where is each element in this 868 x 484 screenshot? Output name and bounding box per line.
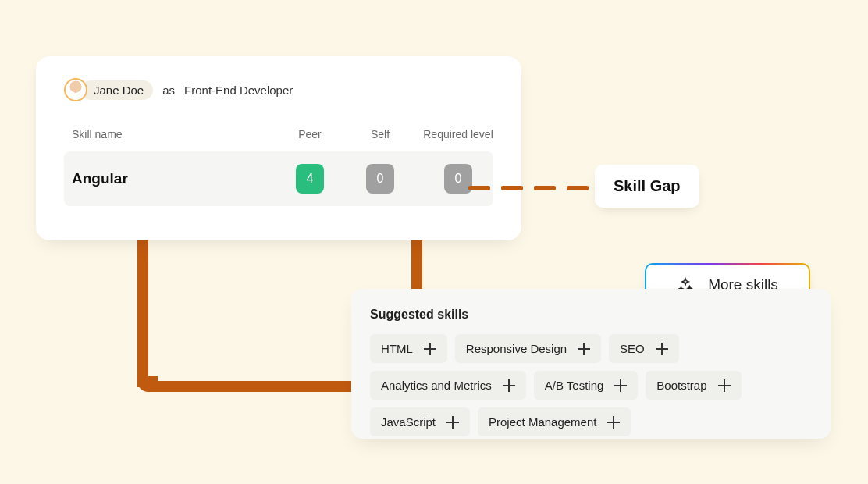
- skill-chip[interactable]: Project Management: [478, 407, 631, 436]
- skill-gap-label: Skill Gap: [595, 165, 699, 208]
- col-skill: Skill name: [72, 128, 275, 141]
- connector-horizontal: [153, 381, 364, 392]
- plus-icon: [503, 379, 515, 392]
- plus-icon: [446, 416, 459, 429]
- self-score: 0: [366, 164, 394, 194]
- skill-chip-label: Responsive Design: [466, 342, 567, 355]
- plus-icon: [656, 343, 668, 355]
- peer-score: 4: [296, 164, 324, 194]
- skill-card: Jane Doe as Front-End Developer Skill na…: [36, 56, 521, 240]
- table-header: Skill name Peer Self Required level: [64, 128, 493, 141]
- suggested-skills-card: Suggested skills HTMLResponsive DesignSE…: [351, 289, 831, 439]
- skill-chip-label: Bootstrap: [656, 379, 706, 392]
- skill-chip[interactable]: JavaScript: [370, 407, 470, 436]
- skill-chip-label: HTML: [381, 342, 413, 355]
- skill-chip[interactable]: Responsive Design: [455, 334, 601, 363]
- plus-icon: [578, 343, 590, 355]
- plus-icon: [718, 379, 731, 392]
- plus-icon: [614, 379, 627, 392]
- skill-chip-label: Project Management: [489, 415, 596, 429]
- dashed-connector: [468, 186, 595, 190]
- skill-chip[interactable]: SEO: [609, 334, 679, 363]
- skill-chip[interactable]: Analytics and Metrics: [370, 371, 526, 400]
- connector-vertical-2: [411, 234, 422, 294]
- suggested-title: Suggested skills: [370, 308, 812, 322]
- col-required: Required level: [415, 128, 501, 141]
- skill-chip-label: A/B Testing: [545, 379, 604, 392]
- connector-vertical: [137, 234, 148, 387]
- plus-icon: [607, 416, 620, 429]
- col-peer: Peer: [275, 128, 345, 141]
- role-prefix: as: [162, 84, 175, 97]
- person-row: Jane Doe as Front-End Developer: [64, 78, 493, 101]
- skill-name-cell: Angular: [72, 170, 275, 187]
- avatar: [64, 78, 87, 101]
- skill-chip-label: SEO: [620, 342, 645, 355]
- skill-chip-label: Analytics and Metrics: [381, 379, 492, 392]
- chip-list: HTMLResponsive DesignSEOAnalytics and Me…: [370, 334, 812, 436]
- role-name: Front-End Developer: [184, 84, 293, 97]
- skill-chip[interactable]: Bootstrap: [646, 371, 741, 400]
- skill-chip-label: JavaScript: [381, 415, 436, 429]
- connector-corner: [137, 376, 158, 392]
- col-self: Self: [345, 128, 415, 141]
- skill-chip[interactable]: A/B Testing: [534, 371, 639, 400]
- table-row[interactable]: Angular 4 0 0: [64, 151, 493, 206]
- person-name-chip: Jane Doe: [81, 80, 153, 100]
- plus-icon: [424, 343, 436, 355]
- skill-chip[interactable]: HTML: [370, 334, 447, 363]
